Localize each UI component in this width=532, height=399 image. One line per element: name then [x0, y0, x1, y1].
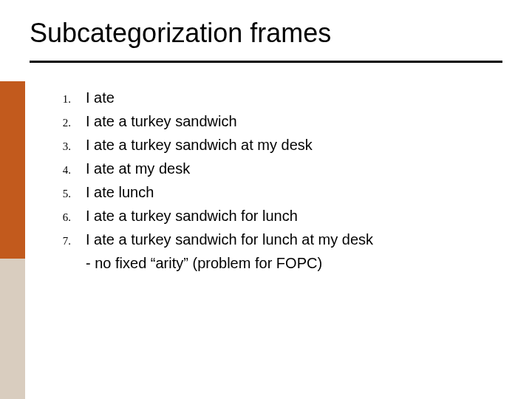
list-number: 2. — [44, 115, 86, 131]
footnote: - no fixed “arity” (problem for FOPC) — [86, 253, 502, 273]
slide-title: Subcategorization frames — [30, 18, 331, 49]
slide: Subcategorization frames 1. I ate 2. I a… — [0, 0, 532, 399]
list-text: I ate a turkey sandwich for lunch — [86, 205, 298, 226]
title-rule — [30, 61, 502, 63]
list-item: 5. I ate lunch — [44, 182, 502, 202]
list-text: I ate a turkey sandwich — [86, 111, 237, 132]
list-item: 6. I ate a turkey sandwich for lunch — [44, 205, 502, 226]
list-text: I ate lunch — [86, 182, 154, 202]
list-number: 3. — [44, 139, 86, 154]
list-text: I ate at my desk — [86, 158, 190, 179]
list-item: 2. I ate a turkey sandwich — [44, 111, 502, 132]
list-item: 7. I ate a turkey sandwich for lunch at … — [44, 229, 502, 250]
list-item: 1. I ate — [44, 87, 502, 108]
list-number: 6. — [44, 210, 86, 225]
numbered-list: 1. I ate 2. I ate a turkey sandwich 3. I… — [44, 87, 502, 273]
sidebar-accent-bottom — [0, 259, 25, 399]
list-number: 5. — [44, 186, 86, 202]
list-number: 4. — [44, 163, 86, 178]
list-text: I ate a turkey sandwich for lunch at my … — [86, 229, 373, 250]
list-item: 4. I ate at my desk — [44, 158, 502, 179]
sidebar-accent-top — [0, 81, 25, 259]
list-number: 7. — [44, 233, 86, 249]
list-item: 3. I ate a turkey sandwich at my desk — [44, 134, 502, 155]
list-number: 1. — [44, 92, 86, 107]
list-text: I ate — [86, 87, 115, 108]
list-text: I ate a turkey sandwich at my desk — [86, 134, 313, 155]
